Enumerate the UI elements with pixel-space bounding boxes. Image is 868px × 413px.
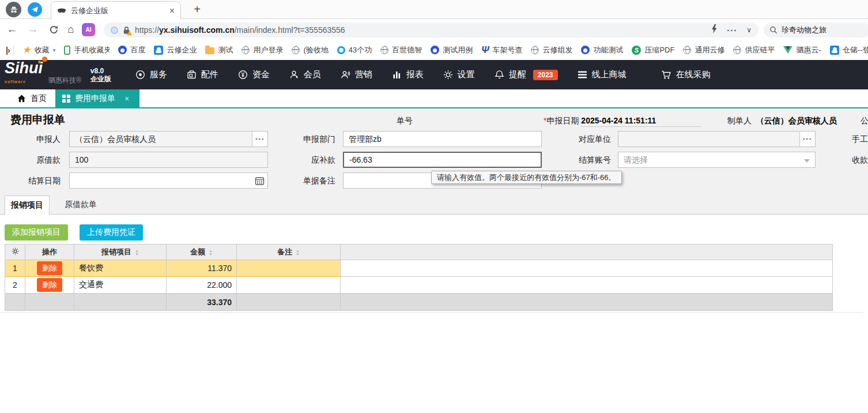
bookmark-item[interactable]: 云修企业 [154,45,197,55]
refresh-icon[interactable] [46,23,61,39]
site-info-icon[interactable] [111,27,118,34]
bookmark-item[interactable]: 功能测试 [581,45,623,55]
globe-icon [531,46,539,54]
page-title: 费用申报单 [10,112,65,127]
tab-home[interactable]: 首页 [5,89,59,107]
tab-expense-form[interactable]: 费用申报单 × [55,89,139,107]
nav-item-marketing[interactable]: 营销 [341,69,372,80]
home-icon[interactable]: ⌂ [63,21,78,37]
nav-item-parts[interactable]: 配件 [187,69,218,80]
nav-item-service[interactable]: 服务 [135,69,167,80]
delete-row-button[interactable]: 删除 [37,261,62,275]
lookup-ellipsis-button[interactable]: ··· [799,132,815,147]
bookmark-item[interactable]: 手机收藏夹 [64,45,110,55]
messenger-app-button[interactable] [28,2,42,17]
nav-item-report[interactable]: 报表 [392,69,424,80]
applicant-field[interactable]: （云信）会员审核人员··· [69,131,268,147]
sort-icon[interactable]: ▲▼ [209,249,213,256]
browser-tab[interactable]: 云修企业版 × [51,1,181,20]
incognito-icon [9,5,18,14]
browser-tab-strip: 云修企业版 × + [0,0,868,19]
loan-field[interactable]: 100 [69,152,268,168]
bookmark-favorites[interactable]: 收藏▾ [22,44,56,56]
bookmark-item[interactable]: 测试用例 [431,45,473,55]
address-bar[interactable]: https://yx.sihuisoft.com.cn/main/index.h… [104,22,758,37]
settle-date-field[interactable] [69,172,268,189]
nav-item-funds[interactable]: 资金 [238,69,270,80]
bookmark-item[interactable]: 百度 [118,45,145,55]
cell-amount: 22.000 [167,277,237,294]
warning-badge-icon [127,31,132,35]
calendar-icon[interactable] [253,175,266,186]
table-row[interactable]: 2 删除 交通费 22.000 [5,277,833,294]
sort-icon[interactable]: ▲▼ [135,249,139,256]
lookup-ellipsis-button[interactable]: ··· [252,132,267,147]
nav-item-settings[interactable]: 设置 [443,69,475,80]
column-settings-header[interactable] [5,245,25,260]
bookmark-folder[interactable]: 测试 [205,45,233,55]
table-row[interactable]: 1 删除 餐饮费 11.370 [5,260,833,277]
header-expense-item[interactable]: 报销项目▲▼ [74,245,167,260]
bookmark-item[interactable]: 通用云修 [683,45,724,55]
department-field[interactable]: 管理部zb [343,131,542,147]
chevron-down-icon[interactable]: ∨ [746,26,752,34]
compress-pdf-icon [632,46,641,55]
sidebar-toggle-icon[interactable]: |› [6,46,14,55]
loan-label: 原借款 [0,152,61,168]
bookmark-item[interactable]: 供应链平 [733,45,775,55]
unit-field[interactable]: ··· [618,131,816,147]
back-icon[interactable]: ← [5,21,20,37]
tab-original-loan[interactable]: 原借款单 [58,196,104,214]
sort-icon[interactable]: ▲▼ [296,249,300,256]
main-content: 费用申报单 单号 *申报日期 2025-04-24 11:51:11 制单人 （… [0,108,868,413]
tab-close-icon[interactable]: × [124,94,129,103]
bookmark-item[interactable]: 云修组发 [531,45,572,55]
account-select[interactable]: 请选择 [618,152,816,168]
bookmark-item[interactable]: 驷惠云- [783,45,821,55]
incognito-profile-button[interactable] [6,2,21,17]
forward-icon[interactable]: → [25,21,40,37]
lock-icon[interactable] [123,26,130,35]
cell-note [237,277,341,294]
applicant-label: 申报人 [0,131,61,147]
delete-row-button[interactable]: 删除 [37,278,62,292]
bookmark-item[interactable]: (验收地 [292,45,328,55]
header-amount[interactable]: 金额▲▼ [167,245,237,260]
supplement-field[interactable]: -66.63 [343,152,542,168]
new-tab-button[interactable]: + [190,3,204,16]
bookmark-item[interactable]: 43个功 [337,45,372,55]
bookmark-item[interactable]: 百世德智 [380,45,422,55]
bolt-icon[interactable] [711,24,718,36]
phone-icon [64,46,70,55]
bookmarks-bar: |› 收藏▾ 手机收藏夹 百度 云修企业 测试 用户登录 (验收地 43个功 百… [0,40,868,60]
nav-item-member[interactable]: 会员 [289,69,321,80]
header-filler [341,245,833,260]
nav-item-reminder[interactable]: 提醒 [495,69,526,80]
bookmark-item[interactable]: 车架号查 [481,45,522,55]
yen-circle-icon [238,70,248,80]
baidu-icon [431,46,439,54]
declare-date-value[interactable]: 2025-04-24 11:51:11 [581,116,701,127]
nav-item-mall[interactable]: 线上商城 [578,69,627,80]
header-note[interactable]: 备注▲▼ [237,245,341,260]
url-text[interactable]: https://yx.sihuisoft.com.cn/main/index.h… [135,25,706,35]
bookmark-item[interactable]: 仓储--登 [830,45,868,55]
cell-expense-item: 餐饮费 [74,260,167,277]
ai-assistant-icon[interactable]: AI [82,23,95,36]
search-icon [769,26,778,34]
cell-note [237,260,341,277]
reminder-count-badge[interactable]: 2023 [533,70,558,80]
extensions-menu-icon[interactable]: ··· [727,25,737,35]
settle-date-label: 结算日期 [0,172,61,189]
validation-tooltip: 请输入有效值。两个最接近的有效值分别为-67和-66。 [431,171,622,184]
upload-voucher-button[interactable]: 上传费用凭证 [80,224,143,241]
tab-expense-items[interactable]: 报销项目 [5,196,50,215]
bookmark-item[interactable]: 用户登录 [241,45,283,55]
quick-search-box[interactable]: 珍奇动物之旅 [764,22,868,37]
bookmark-item[interactable]: 压缩PDF [632,45,674,55]
header-operation[interactable]: 操作 [25,245,74,260]
app-navbar: Sihuisoftware 驷惠科技® v8.0企业版 服务 配件 资金 会员 … [0,60,868,89]
nav-item-purchase[interactable]: 在线采购 [661,69,711,80]
tab-close-icon[interactable]: × [169,6,175,16]
add-expense-item-button[interactable]: 添加报销项目 [5,224,68,241]
